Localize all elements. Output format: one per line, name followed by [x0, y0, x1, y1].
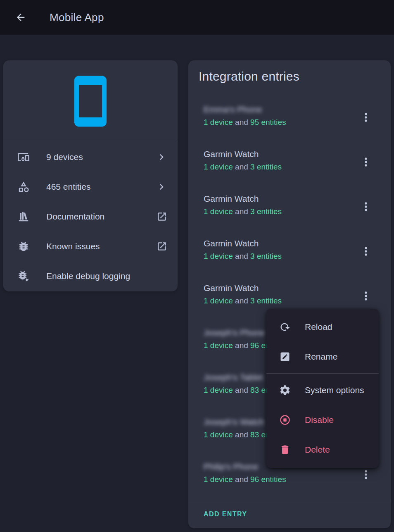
- device-count-link[interactable]: 1 device: [204, 475, 233, 484]
- devices-icon: [17, 151, 30, 163]
- device-count-link[interactable]: 1 device: [204, 296, 233, 305]
- entity-count-link[interactable]: 95 entities: [250, 118, 286, 126]
- overview-row-9-devices[interactable]: 9 devices: [3, 142, 178, 172]
- menu-item-reload[interactable]: Reload: [266, 312, 379, 342]
- entry-name: Emma's Phone: [204, 104, 358, 115]
- entry-summary: 1 device and 3 entities: [204, 296, 358, 306]
- page-title: Mobile App: [50, 11, 104, 24]
- overview-row-documentation[interactable]: Documentation: [3, 202, 178, 231]
- pencil-box-icon: [279, 351, 291, 363]
- entry-menu-button[interactable]: [358, 466, 374, 483]
- bug-icon: [17, 240, 30, 253]
- cellphone-icon: [63, 74, 118, 129]
- menu-divider: [266, 373, 379, 374]
- entry-summary: 1 device and 95 entities: [204, 117, 358, 127]
- chevron-right-icon: [156, 181, 167, 193]
- dots-vertical-icon: [359, 200, 373, 213]
- menu-item-disable[interactable]: Disable: [266, 405, 379, 435]
- device-count-link[interactable]: 1 device: [204, 118, 233, 126]
- integration-entry: Emma's Phone 1 device and 95 entities: [188, 93, 391, 138]
- integration-entry: Garmin Watch 1 device and 3 entities: [188, 227, 391, 272]
- entry-summary: 1 device and 3 entities: [204, 162, 358, 172]
- device-count-link[interactable]: 1 device: [204, 162, 233, 171]
- app-header: Mobile App: [0, 0, 394, 35]
- integration-icon-section: [3, 60, 178, 142]
- overview-row-enable-debug-logging[interactable]: Enable debug logging: [3, 261, 178, 291]
- device-count-link[interactable]: 1 device: [204, 207, 233, 216]
- cog-icon: [279, 384, 291, 396]
- dots-vertical-icon: [359, 155, 373, 169]
- dots-vertical-icon: [359, 289, 373, 303]
- entry-summary: 1 device and 96 entities: [204, 474, 358, 484]
- entry-summary: 1 device and 3 entities: [204, 206, 358, 217]
- entry-summary: 1 device and 3 entities: [204, 251, 358, 261]
- menu-item-delete[interactable]: Delete: [266, 435, 379, 465]
- add-entry-button[interactable]: ADD ENTRY: [188, 511, 247, 518]
- entry-menu-button[interactable]: [358, 154, 374, 170]
- overview-row-known-issues[interactable]: Known issues: [3, 231, 178, 261]
- entry-name: Garmin Watch: [204, 238, 358, 249]
- dots-vertical-icon: [359, 468, 373, 481]
- overview-row-465-entities[interactable]: 465 entities: [3, 172, 178, 202]
- device-count-link[interactable]: 1 device: [204, 252, 233, 260]
- entity-count-link[interactable]: 3 entities: [250, 252, 282, 260]
- device-count-link[interactable]: 1 device: [204, 430, 233, 439]
- entry-name: Garmin Watch: [204, 149, 358, 160]
- integration-overview-card: 9 devices 465 entities Documentation Kno…: [3, 60, 178, 291]
- dots-vertical-icon: [359, 111, 373, 124]
- card-title: Integration entries: [188, 60, 391, 93]
- stop-circle-icon: [279, 414, 291, 426]
- menu-item-system-options[interactable]: System options: [266, 375, 379, 405]
- entry-name: Garmin Watch: [204, 283, 358, 293]
- open-in-new-icon: [157, 211, 167, 222]
- entry-menu-button[interactable]: [358, 288, 374, 304]
- entry-context-menu: Reload Rename System options Disable Del…: [266, 309, 379, 468]
- entity-count-link[interactable]: 3 entities: [250, 162, 282, 171]
- entity-count-link[interactable]: 3 entities: [250, 207, 282, 216]
- entry-menu-button[interactable]: [358, 109, 374, 126]
- bookshelf-icon: [17, 210, 30, 223]
- menu-item-rename[interactable]: Rename: [266, 342, 379, 372]
- shape-icon: [17, 181, 30, 193]
- device-count-link[interactable]: 1 device: [204, 341, 233, 350]
- chevron-right-icon: [156, 151, 167, 163]
- integration-entry: Garmin Watch 1 device and 3 entities: [188, 183, 391, 227]
- delete-icon: [279, 444, 291, 456]
- entry-menu-button[interactable]: [358, 243, 374, 260]
- open-in-new-icon: [157, 241, 167, 252]
- bug-play-icon: [17, 270, 30, 282]
- back-button[interactable]: [14, 11, 27, 24]
- entry-menu-button[interactable]: [358, 198, 374, 215]
- arrow-left-icon: [15, 12, 26, 23]
- reload-icon: [279, 321, 291, 333]
- entity-count-link[interactable]: 3 entities: [250, 296, 282, 305]
- entity-count-link[interactable]: 96 entities: [250, 475, 286, 484]
- device-count-link[interactable]: 1 device: [204, 386, 233, 394]
- entry-name: Garmin Watch: [204, 193, 358, 204]
- integration-entry: Garmin Watch 1 device and 3 entities: [188, 138, 391, 183]
- dots-vertical-icon: [359, 245, 373, 258]
